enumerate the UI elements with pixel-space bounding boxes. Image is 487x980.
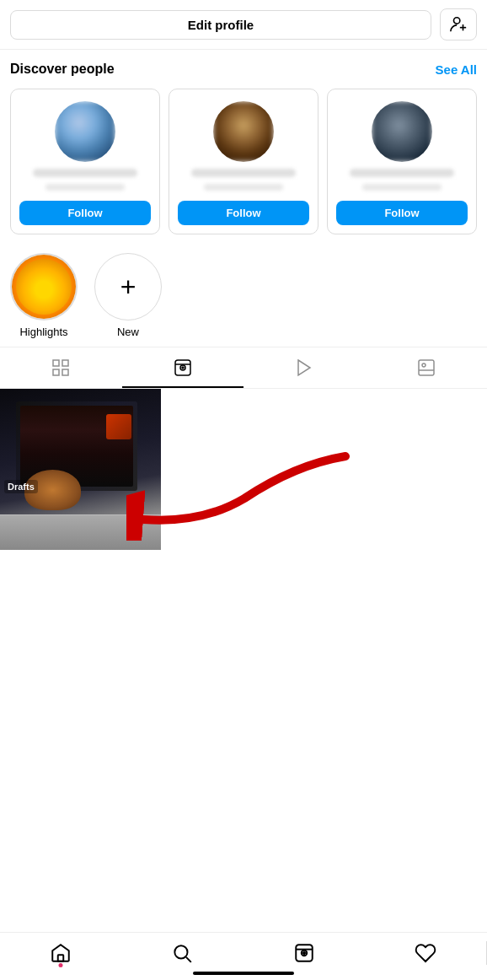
person-name-2: [191, 169, 297, 177]
heart-icon: [415, 942, 436, 964]
nav-reels[interactable]: [244, 942, 365, 964]
nav-search[interactable]: [121, 942, 243, 964]
person-card-1: Follow: [10, 89, 160, 234]
follow-button-3[interactable]: Follow: [336, 201, 468, 225]
home-indicator: [193, 972, 294, 975]
svg-line-18: [186, 957, 191, 962]
person-sub-1: [45, 184, 125, 191]
person-sub-2: [204, 184, 283, 191]
highlight-item-new[interactable]: + New: [94, 253, 162, 338]
screen-item: [106, 414, 131, 439]
svg-point-21: [303, 952, 305, 954]
avatar-image-2: [213, 101, 274, 162]
avatar-image-3: [372, 101, 432, 162]
svg-rect-16: [58, 955, 64, 961]
reels-nav-icon: [293, 942, 315, 964]
content-grid: Drafts: [0, 389, 487, 550]
discover-header: Discover people See All: [10, 62, 477, 77]
svg-rect-12: [419, 360, 434, 375]
content-area: Drafts: [0, 389, 487, 659]
search-icon: [171, 942, 193, 964]
person-card-2: Follow: [169, 89, 318, 234]
svg-rect-4: [62, 360, 68, 366]
reels-tab-icon: [173, 358, 193, 378]
laptop-keyboard: [0, 514, 161, 550]
add-person-icon: [449, 15, 468, 34]
svg-rect-3: [53, 360, 59, 366]
avatar-2: [213, 101, 274, 162]
drafts-label: Drafts: [4, 480, 38, 493]
svg-point-9: [182, 367, 184, 369]
person-name-1: [33, 169, 138, 177]
avatar-image-1: [55, 101, 115, 162]
discover-title: Discover people: [10, 62, 115, 77]
avatar-1: [55, 101, 115, 162]
home-icon: [50, 942, 72, 964]
grid-icon: [51, 358, 71, 378]
svg-point-13: [422, 363, 425, 367]
person-name-3: [350, 169, 455, 177]
people-cards: Follow Follow Follow: [10, 89, 477, 234]
svg-rect-5: [53, 369, 59, 375]
svg-rect-6: [62, 369, 68, 375]
svg-point-0: [454, 18, 460, 24]
avatar-3: [372, 101, 432, 162]
tab-reels[interactable]: [122, 347, 244, 388]
drafts-thumbnail: Drafts: [0, 389, 161, 550]
svg-point-17: [175, 945, 188, 958]
follow-button-1[interactable]: Follow: [19, 201, 151, 225]
tab-tagged[interactable]: [366, 347, 488, 388]
home-notification-dot: [59, 963, 63, 967]
highlights-section: Highlights + New: [0, 241, 487, 347]
tagged-icon: [416, 358, 436, 378]
person-sub-3: [362, 184, 442, 191]
nav-heart[interactable]: [365, 942, 486, 964]
content-tabs: [0, 347, 487, 389]
highlight-label-1: Highlights: [19, 326, 67, 338]
follow-button-2[interactable]: Follow: [178, 201, 309, 225]
discover-section: Discover people See All Follow Follow: [0, 50, 487, 241]
grid-item-drafts[interactable]: Drafts: [0, 389, 161, 550]
plus-icon: +: [120, 273, 136, 300]
tab-grid[interactable]: [0, 347, 122, 388]
play-icon: [294, 358, 314, 378]
highlight-circle-1: [10, 253, 78, 320]
person-card-3: Follow: [327, 89, 477, 234]
highlight-flower-image: [12, 255, 76, 319]
edit-profile-button[interactable]: Edit profile: [10, 10, 431, 40]
tab-play[interactable]: [244, 347, 366, 388]
nav-home[interactable]: [0, 942, 121, 964]
new-highlight-circle: +: [94, 253, 162, 320]
see-all-link[interactable]: See All: [436, 62, 477, 77]
highlight-item-1[interactable]: Highlights: [10, 253, 78, 338]
highlight-label-new: New: [117, 326, 139, 338]
top-bar: Edit profile: [0, 0, 487, 50]
svg-marker-11: [298, 360, 310, 375]
add-person-button[interactable]: [440, 8, 477, 40]
